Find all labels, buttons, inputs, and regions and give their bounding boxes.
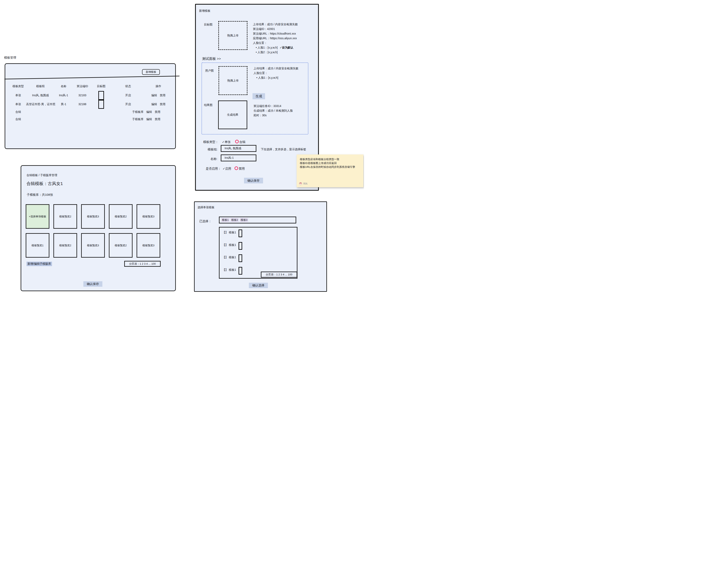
- cell-algo-id: 32188: [72, 101, 93, 109]
- name-label: 名称:: [210, 157, 217, 161]
- template-preview-tile[interactable]: 模板预览3: [81, 204, 105, 229]
- list-item[interactable]: 【】 模板1: [222, 243, 242, 250]
- sticky-note: 模板类型必须和模板分组类型一致 模板ID是模板图上传成功后返回 模板URL在保存…: [297, 155, 363, 187]
- add-template-button[interactable]: 新增模板: [142, 69, 160, 75]
- note-line: 模板URL在保存的时候自动同步到系统存储引擎: [300, 165, 360, 169]
- note-line: 模板类型必须和模板分组类型一致: [300, 157, 360, 161]
- template-preview-tile[interactable]: 模板预览1: [26, 233, 49, 258]
- template-thumb-rect[interactable]: [239, 255, 242, 262]
- result-info: 算法端任务ID：33314 生成结果：成功 / 未检测到人脸 耗时：30s: [253, 104, 293, 118]
- template-preview-tile[interactable]: 模板预览2: [109, 204, 132, 229]
- dropzone-hint: 拖拽上传: [227, 79, 239, 82]
- confirm-select-button[interactable]: 确认选择: [249, 283, 268, 288]
- test-panel-heading[interactable]: 测试面板 >>: [202, 56, 221, 61]
- disable-link[interactable]: 禁用: [160, 94, 166, 97]
- panel-title: 新增模板: [199, 9, 210, 13]
- select-template-panel: 选择单张模板 已选择： 模板1 模板2 模板3 【】 模板1 【】 模板1 【】…: [194, 202, 327, 292]
- face1-coords: • 人脸1：[x,y,w,h]: [256, 46, 278, 49]
- face2-coords: • 人脸2：[x,y,w,h]: [253, 50, 298, 55]
- type-single-option[interactable]: ✓单张: [222, 140, 231, 143]
- breadcrumb[interactable]: 合辑模板 / 子模版库管理: [26, 174, 57, 177]
- cell-type: 合辑: [10, 116, 26, 122]
- edit-link[interactable]: 编辑: [151, 103, 157, 106]
- author-avatar: [299, 182, 302, 185]
- target-upload-dropzone[interactable]: 拖拽上传: [218, 21, 248, 50]
- selected-tags-input[interactable]: 模板1 模板2 模板3: [219, 217, 296, 223]
- confirm-save-button[interactable]: 确认保存: [244, 178, 263, 183]
- sub-library-link[interactable]: 子模板库: [132, 117, 144, 121]
- user-upload-info: 上传结果：成功 / 内容安全检测失败 人脸位置： • 人脸1：[x,y,w,h]: [253, 66, 298, 80]
- select-single-template-tile[interactable]: +选择单张模板: [26, 204, 49, 229]
- col-header: 状态: [110, 83, 146, 89]
- face-position-label: 人脸位置：: [253, 41, 298, 45]
- table-row: 单张 高管证件照-男，证件照 男-1 32188 开启 编辑 禁用: [10, 101, 171, 109]
- pager[interactable]: 分页器：1 2 3 4 ... 100: [124, 261, 161, 267]
- template-preview-tile[interactable]: 模板预览3: [81, 233, 105, 258]
- enable-row: 是否启用： ✓启用 禁用: [206, 166, 245, 171]
- app-url: 应用端URL：htttps://oss.aliyun.xxx: [253, 36, 298, 41]
- result-placeholder: 生成结果: [227, 113, 239, 117]
- confirm-save-button[interactable]: 确认保存: [83, 281, 102, 287]
- collection-heading: 合辑模板：古风女1: [26, 181, 63, 186]
- list-item-label: 【】 模板1: [222, 268, 236, 272]
- cell-status: 开启: [110, 101, 146, 109]
- group-input[interactable]: Ins风, 氛围感: [221, 145, 256, 152]
- cell-type: 单张: [10, 92, 26, 100]
- cell-name: 男-1: [55, 101, 72, 109]
- algo-id: 算法端ID：42001: [253, 27, 298, 31]
- add-edit-sub-library-link[interactable]: 新增/编辑子模版库: [26, 262, 52, 266]
- enable-on-option[interactable]: ✓启用: [223, 167, 231, 170]
- pager[interactable]: 分页器：1 2 3 4 ... 100: [261, 272, 297, 277]
- row-actions: 子模板库 编辑 禁用: [132, 116, 160, 122]
- set-default-link[interactable]: ✓设为默认: [280, 46, 293, 49]
- result-image-label: 结果图: [204, 103, 212, 107]
- list-item[interactable]: 【】 模板1: [222, 230, 242, 237]
- sub-library-link[interactable]: 子模板库: [132, 110, 144, 113]
- dropzone-hint: 拖拽上传: [227, 34, 239, 37]
- selected-tag[interactable]: 模板3: [240, 218, 248, 222]
- cell-group: 高管证件照-男，证件照: [26, 101, 55, 109]
- template-preview-tile[interactable]: 模板预览2: [53, 204, 77, 229]
- wireframe-canvas: 模板管理 新增模板 模板类型 模板组 名称 算法端ID 目标图 状态 操作 单张…: [0, 0, 364, 293]
- list-item-label: 【】 模板1: [222, 230, 236, 234]
- selected-tag[interactable]: 模板2: [230, 218, 239, 222]
- edit-link[interactable]: 编辑: [146, 117, 152, 121]
- library-count: 子模板库：共108张: [27, 193, 53, 197]
- group-hint: 下拉选择，支持多选，显示选择标签: [261, 148, 306, 151]
- generate-button[interactable]: 生成: [252, 93, 265, 99]
- enable-label: 是否启用：: [206, 167, 221, 170]
- template-thumb-rect[interactable]: [239, 242, 242, 250]
- col-header: 目标图: [93, 83, 110, 89]
- template-management-panel: 新增模板 模板类型 模板组 名称 算法端ID 目标图 状态 操作 单张 Ins风…: [5, 63, 176, 149]
- generate-result: 生成结果：成功 / 未检测到人脸: [253, 108, 293, 113]
- edit-link[interactable]: 编辑: [151, 94, 157, 97]
- list-item[interactable]: 【】 模板1: [222, 255, 242, 262]
- col-header: 操作: [146, 83, 171, 89]
- template-thumb-rect[interactable]: [239, 230, 242, 237]
- cell-type: 单张: [10, 101, 26, 109]
- disable-link[interactable]: 禁用: [155, 117, 160, 121]
- template-preview-tile[interactable]: 模板预览3: [136, 204, 160, 229]
- list-item[interactable]: 【】 模板1: [222, 268, 242, 274]
- table-header-row: 模板类型 模板组 名称 算法端ID 目标图 状态 操作: [10, 83, 171, 89]
- disable-link[interactable]: 禁用: [160, 103, 166, 106]
- template-thumb-rect[interactable]: [239, 267, 242, 274]
- template-preview-tile[interactable]: 模板预览2: [109, 233, 132, 258]
- upload-result: 上传结果：成功 / 内容安全检测失败: [253, 22, 298, 27]
- user-upload-dropzone[interactable]: 拖拽上传: [219, 66, 248, 95]
- name-input[interactable]: Ins风-1: [221, 155, 256, 161]
- test-panel-container: 用户图 拖拽上传 上传结果：成功 / 内容安全检测失败 人脸位置： • 人脸1：…: [202, 62, 308, 134]
- page-title: 模板管理: [4, 56, 16, 60]
- col-header: 名称: [55, 83, 72, 89]
- selected-tag[interactable]: 模板1: [221, 218, 229, 222]
- cell-status: 开启: [110, 92, 146, 100]
- type-collection-option[interactable]: 合辑: [235, 140, 246, 143]
- template-preview-tile[interactable]: 模板预览2: [53, 233, 77, 258]
- note-author: 周凯: [299, 182, 307, 185]
- template-preview-tile[interactable]: 模板预览3: [136, 233, 160, 258]
- task-id: 算法端任务ID：33314: [253, 104, 293, 108]
- disable-link[interactable]: 禁用: [155, 110, 160, 113]
- target-upload-info: 上传结果：成功 / 内容安全检测失败 算法端ID：42001 算法端URL：ht…: [253, 22, 298, 55]
- enable-off-option[interactable]: 禁用: [234, 167, 245, 170]
- edit-link[interactable]: 编辑: [146, 110, 152, 113]
